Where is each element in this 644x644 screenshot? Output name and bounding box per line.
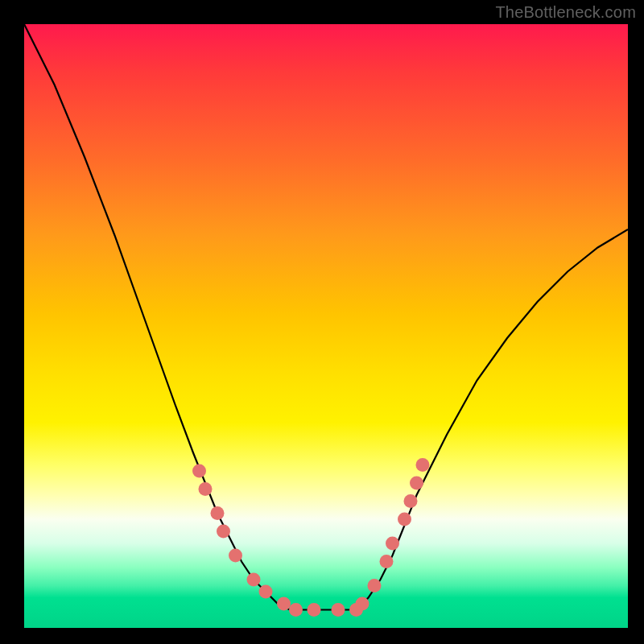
data-point	[211, 506, 225, 520]
curve-group	[24, 24, 628, 610]
data-point	[410, 477, 423, 490]
data-point	[398, 513, 411, 526]
data-point	[247, 573, 261, 587]
data-point	[229, 549, 242, 563]
watermark-text: TheBottleneck.com	[495, 3, 636, 22]
bottleneck-curve	[24, 24, 628, 610]
chart-frame: TheBottleneck.com	[0, 0, 644, 644]
plot-area	[24, 24, 628, 628]
marker-group	[192, 458, 430, 617]
data-point	[368, 579, 382, 592]
data-point	[308, 603, 321, 617]
chart-svg	[24, 24, 628, 628]
data-point	[217, 525, 230, 539]
data-point	[259, 585, 273, 599]
data-point	[416, 458, 430, 472]
data-point	[356, 597, 369, 611]
data-point	[199, 482, 213, 496]
data-point	[192, 464, 206, 478]
data-point	[289, 603, 303, 617]
data-point	[332, 603, 345, 617]
data-point	[380, 555, 394, 568]
data-point	[404, 494, 418, 508]
data-point	[277, 597, 291, 611]
data-point	[386, 537, 399, 551]
